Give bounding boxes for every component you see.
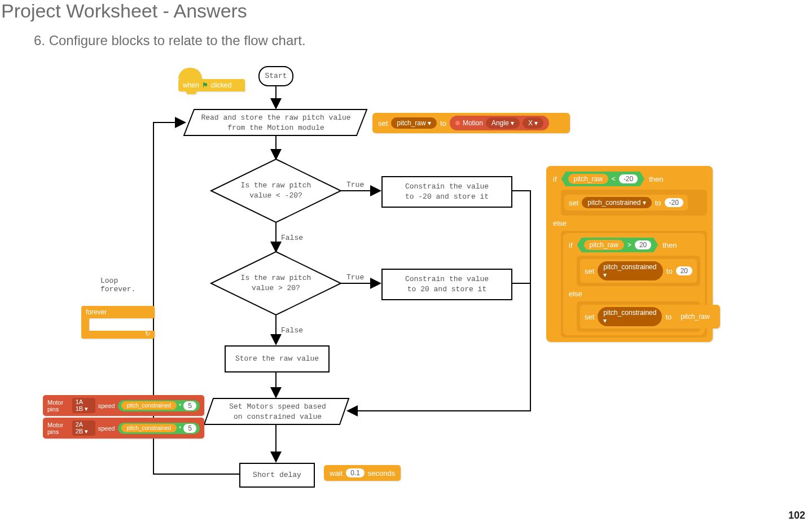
cond-var1: pitch_raw bbox=[568, 174, 608, 184]
forever-label: forever bbox=[86, 308, 107, 316]
dec2-false-label: False bbox=[281, 326, 303, 335]
block-if-else-outer: if pitch_raw < -20 then set pitch_constr… bbox=[546, 166, 713, 342]
then-label: then bbox=[649, 175, 663, 183]
flow-action1: Constrain the value to -20 and store it bbox=[405, 182, 489, 201]
worksheet-page: Project Worksheet - Answers 6. Configure… bbox=[0, 0, 812, 526]
flow-setmotors: Set Motors speed based on constrained va… bbox=[221, 402, 334, 422]
flow-action1-box: Constrain the value to -20 and store it bbox=[381, 176, 512, 208]
else-label-1: else bbox=[553, 219, 567, 227]
flow-delay-box: Short delay bbox=[239, 463, 315, 488]
green-flag-icon: ⚑ bbox=[202, 81, 208, 89]
to-label: to bbox=[440, 119, 446, 128]
block-motor-2: Motor pins 2A 2B ▾ speed pitch_constrain… bbox=[43, 418, 204, 439]
neg20-a: -20 bbox=[619, 174, 638, 183]
block-set-constrained-raw: set pitch_constrained ▾ to pitch_raw bbox=[580, 305, 720, 328]
flow-delay: Short delay bbox=[253, 470, 301, 480]
block-when-clicked: when ⚑ clicked bbox=[178, 68, 240, 91]
loop-arrow-icon: ↻ bbox=[145, 330, 150, 337]
block-set-constrained-20: set pitch_constrained ▾ to 20 bbox=[580, 259, 697, 283]
motion-dot-icon bbox=[455, 121, 460, 125]
flow-dec2: Is the raw pitch value > 20? bbox=[226, 273, 326, 293]
set-label: set bbox=[378, 119, 388, 128]
flow-action2: Constrain the value to 20 and store it bbox=[405, 274, 489, 294]
angle-label: Angle ▾ bbox=[486, 117, 520, 129]
flow-read: Read and store the raw pitch value from … bbox=[197, 113, 354, 133]
else-label-2: else bbox=[569, 290, 582, 298]
dec2-true-label: True bbox=[346, 273, 364, 282]
flow-dec1: Is the raw pitch value < -20? bbox=[226, 181, 326, 200]
hat-clicked: clicked bbox=[211, 81, 232, 89]
motion-label: Motion bbox=[463, 119, 483, 127]
block-motor-1: Motor pins 1A 1B ▾ speed pitch_constrain… bbox=[43, 395, 204, 416]
var-pitch-raw: pitch_raw ▾ bbox=[391, 117, 437, 129]
block-if-else-inner: if pitch_raw > 20 then set pitch_constra… bbox=[563, 233, 705, 335]
lt-op: < bbox=[612, 175, 616, 183]
block-set-pitch-raw: set pitch_raw ▾ to Motion Angle ▾ X ▾ bbox=[372, 113, 570, 133]
dec1-true-label: True bbox=[346, 181, 364, 189]
loop-label: Loop forever. bbox=[100, 277, 135, 293]
flow-action2-box: Constrain the value to 20 and store it bbox=[381, 269, 512, 300]
block-wait: wait 0.1 seconds bbox=[324, 465, 401, 481]
flow-store: Store the raw value bbox=[235, 354, 319, 364]
block-forever: forever ↻ bbox=[81, 306, 155, 339]
x-label: X ▾ bbox=[523, 117, 543, 129]
cond-lt: pitch_raw < -20 bbox=[561, 172, 645, 186]
flow-store-box: Store the raw value bbox=[225, 345, 330, 372]
block-set-constrained-neg20: set pitch_constrained ▾ to -20 bbox=[564, 195, 688, 211]
flow-start: Start bbox=[259, 71, 293, 81]
cond-gt: pitch_raw > 20 bbox=[577, 238, 659, 252]
hat-when: when bbox=[183, 81, 199, 89]
dec1-false-label: False bbox=[281, 234, 303, 242]
if-label: if bbox=[553, 175, 557, 183]
